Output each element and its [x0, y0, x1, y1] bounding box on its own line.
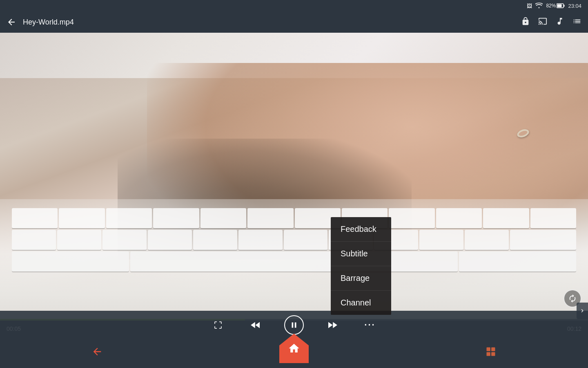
file-title: Hey-World.mp4 [23, 18, 521, 27]
fastforward-button[interactable] [323, 316, 341, 334]
svg-rect-1 [564, 5, 565, 7]
nav-back-button[interactable] [85, 339, 109, 364]
list-icon[interactable] [572, 17, 581, 28]
cast-icon[interactable] [538, 17, 547, 28]
dropdown-menu: Feedback Subtitle Barrage Channel [331, 217, 391, 315]
status-bar: 🖼 82% 23:04 [0, 0, 588, 11]
rewind-button[interactable] [247, 316, 265, 334]
menu-item-feedback[interactable]: Feedback [331, 217, 391, 242]
menu-item-barrage[interactable]: Barrage [331, 266, 391, 291]
wifi-icon [535, 2, 543, 9]
svg-rect-4 [491, 348, 495, 351]
back-button[interactable] [7, 17, 16, 27]
lock-icon[interactable] [521, 17, 530, 28]
status-icons: 🖼 82% 23:04 [527, 2, 581, 9]
collapse-button[interactable] [577, 303, 588, 319]
top-right-icons [521, 17, 581, 28]
screenshot-icon: 🖼 [527, 3, 532, 9]
pause-button[interactable] [284, 315, 304, 335]
menu-item-subtitle[interactable]: Subtitle [331, 242, 391, 266]
menu-item-channel[interactable]: Channel [331, 291, 391, 315]
video-area [0, 33, 588, 335]
svg-rect-5 [487, 352, 490, 356]
nav-home-button[interactable] [279, 334, 309, 363]
nav-recent-button[interactable] [479, 339, 503, 364]
music-icon[interactable] [555, 17, 564, 28]
top-bar: Hey-World.mp4 [0, 11, 588, 33]
svg-rect-6 [491, 352, 495, 356]
battery-indicator: 82% [546, 3, 565, 9]
svg-rect-2 [557, 4, 562, 7]
video-background [0, 33, 588, 335]
resize-button[interactable] [209, 316, 227, 334]
bottom-nav [0, 335, 588, 368]
controls-bar: ··· [0, 311, 588, 335]
time-display: 23:04 [568, 3, 581, 9]
more-button[interactable]: ··· [361, 316, 379, 334]
svg-rect-3 [487, 348, 490, 351]
